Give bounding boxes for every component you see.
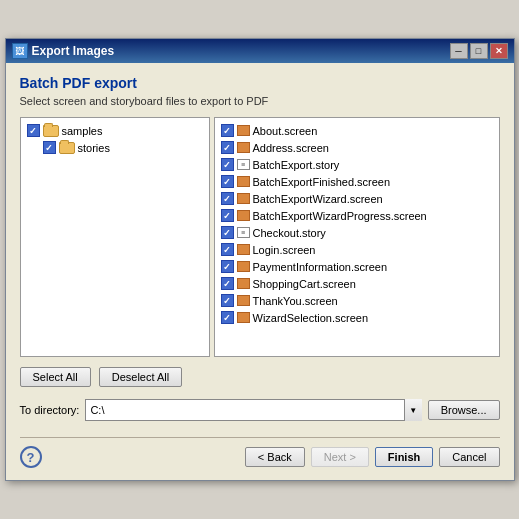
list-item[interactable]: Address.screen (219, 139, 495, 156)
label-samples: samples (62, 125, 103, 137)
help-button[interactable]: ? (20, 446, 42, 468)
deselect-all-button[interactable]: Deselect All (99, 367, 182, 387)
list-item[interactable]: WizardSelection.screen (219, 309, 495, 326)
file-label: BatchExport.story (253, 159, 340, 171)
folder-icon-samples (43, 125, 59, 137)
checkbox-about[interactable] (221, 124, 234, 137)
folder-icon-stories (59, 142, 75, 154)
checkbox-batchexport[interactable] (221, 158, 234, 171)
screen-icon (237, 278, 250, 289)
checkbox-payment[interactable] (221, 260, 234, 273)
tree-item-samples[interactable]: samples (25, 122, 205, 139)
footer-buttons: < Back Next > Finish Cancel (245, 447, 500, 467)
checkbox-login[interactable] (221, 243, 234, 256)
directory-dropdown-button[interactable]: ▼ (404, 399, 422, 421)
checkbox-stories[interactable] (43, 141, 56, 154)
list-item[interactable]: ≡ Checkout.story (219, 224, 495, 241)
file-label: PaymentInformation.screen (253, 261, 388, 273)
file-label: About.screen (253, 125, 318, 137)
screen-icon (237, 125, 250, 136)
directory-input-wrap: ▼ (85, 399, 421, 421)
list-item[interactable]: BatchExportWizardProgress.screen (219, 207, 495, 224)
finish-button[interactable]: Finish (375, 447, 433, 467)
file-label: Address.screen (253, 142, 329, 154)
list-item[interactable]: ThankYou.screen (219, 292, 495, 309)
list-item[interactable]: BatchExportWizard.screen (219, 190, 495, 207)
story-icon: ≡ (237, 227, 250, 238)
screen-icon (237, 312, 250, 323)
file-label: BatchExportFinished.screen (253, 176, 391, 188)
file-label: ShoppingCart.screen (253, 278, 356, 290)
directory-input[interactable] (85, 399, 421, 421)
file-label: Login.screen (253, 244, 316, 256)
browse-button[interactable]: Browse... (428, 400, 500, 420)
select-all-button[interactable]: Select All (20, 367, 91, 387)
window-icon: 🖼 (12, 43, 28, 59)
maximize-button[interactable]: □ (470, 43, 488, 59)
screen-icon (237, 261, 250, 272)
checkbox-samples[interactable] (27, 124, 40, 137)
title-bar: 🖼 Export Images ─ □ ✕ (6, 39, 514, 63)
checkbox-bef[interactable] (221, 175, 234, 188)
screen-icon (237, 176, 250, 187)
checkbox-bew[interactable] (221, 192, 234, 205)
directory-label: To directory: (20, 404, 80, 416)
directory-row: To directory: ▼ Browse... (20, 399, 500, 421)
dialog-content: Batch PDF export Select screen and story… (6, 63, 514, 480)
footer-row: ? < Back Next > Finish Cancel (20, 437, 500, 468)
file-label: ThankYou.screen (253, 295, 338, 307)
dialog-heading: Batch PDF export (20, 75, 500, 91)
window-title: Export Images (32, 44, 115, 58)
file-label: BatchExportWizard.screen (253, 193, 383, 205)
panels-row: samples stories About.screen (20, 117, 500, 357)
checkbox-bewp[interactable] (221, 209, 234, 222)
minimize-button[interactable]: ─ (450, 43, 468, 59)
list-item[interactable]: ≡ BatchExport.story (219, 156, 495, 173)
checkbox-thankyou[interactable] (221, 294, 234, 307)
list-item[interactable]: About.screen (219, 122, 495, 139)
footer-left: ? (20, 446, 42, 468)
main-window: 🖼 Export Images ─ □ ✕ Batch PDF export S… (5, 38, 515, 481)
screen-icon (237, 295, 250, 306)
back-button[interactable]: < Back (245, 447, 305, 467)
title-buttons: ─ □ ✕ (450, 43, 508, 59)
tree-item-stories[interactable]: stories (25, 139, 205, 156)
list-item[interactable]: PaymentInformation.screen (219, 258, 495, 275)
screen-icon (237, 210, 250, 221)
right-files-panel[interactable]: About.screen Address.screen ≡ BatchExpor… (214, 117, 500, 357)
checkbox-address[interactable] (221, 141, 234, 154)
close-button[interactable]: ✕ (490, 43, 508, 59)
screen-icon (237, 193, 250, 204)
dialog-subheading: Select screen and storyboard files to ex… (20, 95, 500, 107)
selection-controls: Select All Deselect All (20, 367, 500, 387)
file-label: BatchExportWizardProgress.screen (253, 210, 427, 222)
title-bar-left: 🖼 Export Images (12, 43, 115, 59)
checkbox-wizard[interactable] (221, 311, 234, 324)
screen-icon (237, 244, 250, 255)
next-button: Next > (311, 447, 369, 467)
list-item[interactable]: ShoppingCart.screen (219, 275, 495, 292)
left-tree-panel[interactable]: samples stories (20, 117, 210, 357)
list-item[interactable]: Login.screen (219, 241, 495, 258)
cancel-button[interactable]: Cancel (439, 447, 499, 467)
checkbox-cart[interactable] (221, 277, 234, 290)
checkbox-checkout[interactable] (221, 226, 234, 239)
screen-icon (237, 142, 250, 153)
file-label: Checkout.story (253, 227, 326, 239)
list-item[interactable]: BatchExportFinished.screen (219, 173, 495, 190)
story-icon: ≡ (237, 159, 250, 170)
file-label: WizardSelection.screen (253, 312, 369, 324)
label-stories: stories (78, 142, 110, 154)
